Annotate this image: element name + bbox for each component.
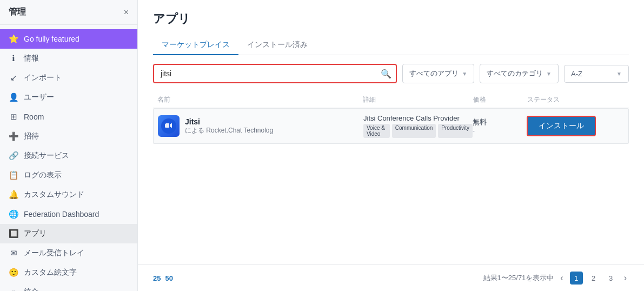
sidebar-item-label: Room <box>24 113 44 121</box>
app-price: 無料 <box>473 117 527 127</box>
room-icon: ⊞ <box>9 112 18 122</box>
app-price-wrap: 無料 - <box>473 117 527 135</box>
tabs: マーケットプレイスインストール済み <box>153 36 629 55</box>
import-icon: ↙ <box>9 73 18 83</box>
page-2-button[interactable]: 2 <box>587 272 600 285</box>
app-tag: Communication <box>392 124 436 138</box>
users-icon: 👤 <box>9 92 18 102</box>
logs-icon: 📋 <box>9 170 18 180</box>
app-by: による Rocket.Chat Technolog <box>185 126 273 135</box>
chevron-down-icon: ▼ <box>616 71 622 77</box>
page-3-button[interactable]: 3 <box>605 272 618 285</box>
sidebar-item-label: Federation Dashboard <box>24 210 99 219</box>
app-description: Jitsi Conference Calls Provider <box>363 114 473 122</box>
sort-label: A-Z <box>571 70 582 78</box>
sidebar-item-label: ログの表示 <box>24 170 62 180</box>
integration-icon: <> <box>9 288 18 292</box>
sidebar-title: 管理 <box>9 6 26 18</box>
sidebar-item-logs[interactable]: 📋ログの表示 <box>0 166 137 185</box>
results-text: 結果1〜25/71を表示中 <box>483 273 554 283</box>
pagination-right: 結果1〜25/71を表示中 ‹ 1 2 3 › <box>483 272 629 285</box>
federation-icon: 🌐 <box>9 209 18 219</box>
sidebar-items: ⭐Go fully featuredℹ情報↙インポート👤ユーザー⊞Room➕招待… <box>0 25 137 291</box>
sidebar-item-integration[interactable]: <>統合 <box>0 282 137 291</box>
go-fully-featured-icon: ⭐ <box>9 34 18 44</box>
main-content: アプリ マーケットプレイスインストール済み 🔍 すべてのアプリ ▼ すべてのカテ… <box>138 0 644 291</box>
connection-services-icon: 🔗 <box>9 151 18 161</box>
pagination-bar: 25 50 結果1〜25/71を表示中 ‹ 1 2 3 › <box>138 264 644 291</box>
custom-emoji-icon: 🙂 <box>9 268 18 277</box>
sidebar-item-label: 招待 <box>24 131 39 141</box>
app-price-sub: - <box>473 127 527 135</box>
col-price: 価格 <box>473 95 527 104</box>
col-detail: 詳細 <box>363 95 473 104</box>
sidebar-item-go-fully-featured[interactable]: ⭐Go fully featured <box>0 29 137 49</box>
chevron-down-icon: ▼ <box>546 71 552 77</box>
app-name: Jitsi <box>185 117 273 126</box>
sidebar-item-label: Go fully featured <box>24 35 79 43</box>
sidebar-item-info[interactable]: ℹ情報 <box>0 49 137 68</box>
sidebar-item-users[interactable]: 👤ユーザー <box>0 88 137 107</box>
chevron-down-icon: ▼ <box>462 71 467 77</box>
sidebar-item-label: アプリ <box>24 229 47 239</box>
sidebar-item-label: インポート <box>24 73 62 83</box>
app-tag: Productivity <box>438 124 473 138</box>
sidebar-item-label: ユーザー <box>24 92 54 102</box>
invite-icon: ➕ <box>9 131 18 141</box>
main-header: アプリ マーケットプレイスインストール済み <box>138 0 644 64</box>
app-details: Jitsi Conference Calls Provider Voice & … <box>363 114 473 138</box>
info-icon: ℹ <box>9 54 18 63</box>
search-wrap: 🔍 <box>153 64 397 83</box>
table-row: Jitsi による Rocket.Chat Technolog Jitsi Co… <box>153 108 629 144</box>
app-tag: Voice & Video <box>363 124 390 138</box>
sidebar-item-label: 統合 <box>24 287 39 291</box>
sidebar-item-label: メール受信トレイ <box>24 248 84 258</box>
page-1-button[interactable]: 1 <box>570 272 583 285</box>
install-button[interactable]: インストール <box>527 116 596 136</box>
app-status-wrap: インストール <box>527 116 624 136</box>
page-title: アプリ <box>153 11 629 27</box>
app-tags: Voice & VideoCommunicationProductivity <box>363 124 473 138</box>
sidebar-item-federation[interactable]: 🌐Federation Dashboard <box>0 204 137 224</box>
prev-page-button[interactable]: ‹ <box>558 272 565 284</box>
col-status: ステータス <box>527 95 625 104</box>
tab-installed[interactable]: インストール済み <box>238 36 316 55</box>
all-categories-filter[interactable]: すべてのカテゴリ ▼ <box>480 64 559 83</box>
app-name-wrap: Jitsi による Rocket.Chat Technolog <box>185 117 273 135</box>
sort-filter[interactable]: A-Z ▼ <box>564 65 629 83</box>
sidebar-item-import[interactable]: ↙インポート <box>0 68 137 88</box>
col-name: 名前 <box>157 95 363 104</box>
sidebar-item-apps[interactable]: 🔲アプリ <box>0 224 137 243</box>
sidebar-header: 管理 × <box>0 0 137 25</box>
sidebar-item-invite[interactable]: ➕招待 <box>0 127 137 146</box>
sidebar-item-label: カスタムサウンド <box>24 190 84 200</box>
mail-inbox-icon: ✉ <box>9 248 18 258</box>
app-info: Jitsi による Rocket.Chat Technolog <box>158 115 363 137</box>
app-icon <box>158 115 180 137</box>
apps-icon: 🔲 <box>9 229 18 239</box>
sidebar-item-mail-inbox[interactable]: ✉メール受信トレイ <box>0 243 137 263</box>
per-page-25[interactable]: 25 <box>153 274 161 282</box>
sidebar-item-label: 接続サービス <box>24 151 69 161</box>
main-body: 🔍 すべてのアプリ ▼ すべてのカテゴリ ▼ A-Z ▼ 名前 詳細 価格 ステ… <box>138 64 644 264</box>
per-page-50[interactable]: 50 <box>165 274 172 282</box>
sidebar-item-label: カスタム絵文字 <box>24 268 77 277</box>
all-categories-label: すべてのカテゴリ <box>487 69 543 78</box>
custom-sounds-icon: 🔔 <box>9 190 18 200</box>
filter-row: 🔍 すべてのアプリ ▼ すべてのカテゴリ ▼ A-Z ▼ <box>153 64 629 83</box>
per-page: 25 50 <box>153 274 173 282</box>
all-apps-label: すべてのアプリ <box>409 69 459 78</box>
search-input[interactable] <box>153 64 397 83</box>
sidebar-item-custom-sounds[interactable]: 🔔カスタムサウンド <box>0 185 137 204</box>
table-header: 名前 詳細 価格 ステータス <box>153 92 629 108</box>
sidebar-item-label: 情報 <box>24 54 39 63</box>
tab-marketplace[interactable]: マーケットプレイス <box>153 36 238 55</box>
sidebar-item-connection-services[interactable]: 🔗接続サービス <box>0 146 137 166</box>
sidebar-item-custom-emoji[interactable]: 🙂カスタム絵文字 <box>0 263 137 282</box>
all-apps-filter[interactable]: すべてのアプリ ▼ <box>402 64 474 83</box>
next-page-button[interactable]: › <box>622 272 629 284</box>
search-icon[interactable]: 🔍 <box>381 69 391 79</box>
sidebar-item-room[interactable]: ⊞Room <box>0 107 137 127</box>
sidebar: 管理 × ⭐Go fully featuredℹ情報↙インポート👤ユーザー⊞Ro… <box>0 0 138 291</box>
sidebar-close-button[interactable]: × <box>124 8 129 17</box>
